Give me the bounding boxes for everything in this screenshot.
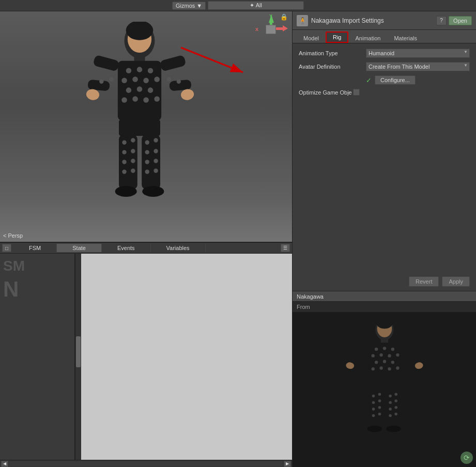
svg-point-96 [394, 413, 397, 416]
svg-point-14 [148, 87, 153, 93]
svg-point-94 [394, 406, 397, 409]
svg-point-33 [122, 160, 126, 164]
fsm-collapse-button[interactable]: □ [2, 244, 11, 252]
animation-type-label: Animation Type [299, 50, 366, 56]
fsm-scroll-left-button[interactable]: ◀ [1, 461, 8, 467]
svg-point-40 [153, 138, 158, 142]
svg-point-9 [132, 76, 138, 82]
fsm-tab-fsm[interactable]: FSM [13, 244, 57, 252]
fsm-scroll-track[interactable] [9, 461, 283, 466]
svg-point-92 [394, 399, 397, 402]
svg-point-29 [122, 140, 126, 144]
fsm-sidebar-text2: N [0, 278, 74, 300]
optimize-label: Optimize Game Obje [299, 89, 352, 96]
svg-point-35 [122, 169, 126, 174]
svg-point-22 [109, 77, 113, 81]
main-area: X Y 🔒 < Persp [0, 11, 476, 467]
svg-point-70 [396, 366, 399, 369]
model-icon: 🧍 [297, 15, 308, 26]
fsm-tab-state[interactable]: State [57, 244, 102, 252]
revert-button[interactable]: Revert [409, 276, 439, 287]
svg-point-89 [389, 395, 392, 398]
svg-point-21 [99, 80, 103, 84]
svg-point-67 [371, 367, 374, 370]
tab-materials[interactable]: Materials [387, 33, 424, 43]
svg-rect-19 [93, 55, 119, 72]
svg-point-59 [391, 348, 394, 351]
svg-point-17 [143, 97, 149, 103]
svg-point-58 [382, 347, 386, 350]
left-side: X Y 🔒 < Persp [0, 11, 292, 467]
help-icon-button[interactable]: ? [436, 16, 447, 25]
avatar-definition-select[interactable]: Create From This Model Copy From Other A… [366, 62, 470, 71]
configure-button[interactable]: Configure... [375, 75, 416, 85]
animation-type-row: Animation Type Humanoid None Legacy Gene… [299, 49, 470, 58]
all-button[interactable]: ✦ All [208, 1, 304, 10]
fsm-scrollbar-thumb[interactable] [76, 336, 81, 367]
svg-point-75 [345, 362, 354, 369]
svg-point-12 [126, 87, 132, 93]
svg-point-15 [121, 97, 127, 103]
svg-point-25 [177, 80, 181, 84]
svg-point-65 [382, 360, 386, 363]
gizmos-button[interactable]: Gizmos ▼ [172, 2, 206, 10]
fsm-content: SM N [0, 254, 292, 460]
svg-point-7 [148, 68, 153, 73]
svg-point-97 [386, 426, 401, 432]
avatar-definition-row: Avatar Definition Create From This Model… [299, 62, 470, 71]
fsm-horizontal-scrollbar[interactable]: ◀ ▶ [0, 460, 292, 467]
viewport[interactable]: X Y 🔒 < Persp [0, 11, 292, 242]
svg-point-63 [396, 353, 399, 356]
svg-point-57 [374, 348, 377, 351]
open-button[interactable]: Open [449, 16, 472, 25]
unity-logo: ⟳ [460, 452, 473, 464]
checkmark-icon: ✓ [366, 76, 372, 84]
preview-character-figure [333, 317, 436, 457]
svg-rect-78 [370, 390, 382, 427]
svg-point-82 [378, 399, 381, 402]
svg-point-30 [131, 138, 135, 142]
configure-row: ✓ Configure... [299, 75, 470, 85]
fsm-main-area[interactable] [81, 254, 292, 460]
fsm-scroll-right-button[interactable]: ▶ [284, 461, 291, 467]
svg-point-66 [391, 361, 394, 364]
fsm-vertical-scrollbar[interactable] [75, 254, 81, 460]
fsm-toolbar: □ FSM State Events Variables ☰ [0, 242, 292, 254]
svg-point-80 [378, 393, 381, 396]
svg-point-42 [153, 149, 158, 153]
right-panel: 🧍 Nakagawa Import Settings ? Open Model … [292, 11, 476, 467]
fsm-panel: □ FSM State Events Variables ☰ SM N [0, 242, 292, 467]
svg-point-90 [394, 393, 397, 396]
svg-point-8 [121, 77, 127, 83]
fsm-tab-variables[interactable]: Variables [151, 244, 206, 252]
svg-point-37 [115, 186, 137, 197]
header-icons: ? Open [436, 16, 472, 25]
svg-point-34 [131, 159, 135, 163]
svg-point-43 [145, 160, 149, 164]
apply-button[interactable]: Apply [442, 276, 470, 287]
svg-point-83 [372, 408, 375, 411]
avatar-definition-select-wrapper[interactable]: Create From This Model Copy From Other A… [366, 62, 470, 71]
svg-point-36 [131, 168, 135, 173]
fsm-menu-button[interactable]: ☰ [281, 244, 290, 252]
import-header: 🧍 Nakagawa Import Settings ? Open [293, 11, 476, 30]
svg-point-47 [142, 186, 164, 197]
svg-point-44 [153, 159, 158, 163]
svg-point-13 [137, 86, 143, 92]
tab-rig[interactable]: Rig [326, 32, 349, 43]
from-text: From [293, 302, 476, 312]
tab-model[interactable]: Model [297, 33, 326, 43]
svg-point-81 [372, 401, 375, 404]
tab-animation[interactable]: Animation [348, 33, 387, 43]
svg-point-86 [378, 413, 381, 416]
svg-point-18 [154, 96, 160, 102]
svg-point-6 [137, 67, 143, 72]
fsm-tab-events[interactable]: Events [102, 244, 151, 252]
animation-type-select-wrapper[interactable]: Humanoid None Legacy Generic [366, 49, 470, 58]
optimize-checkbox[interactable] [353, 89, 360, 96]
svg-point-84 [378, 406, 381, 409]
animation-type-select[interactable]: Humanoid None Legacy Generic [366, 49, 470, 58]
svg-point-60 [371, 354, 374, 357]
svg-point-76 [414, 362, 423, 369]
avatar-definition-label: Avatar Definition [299, 64, 366, 70]
